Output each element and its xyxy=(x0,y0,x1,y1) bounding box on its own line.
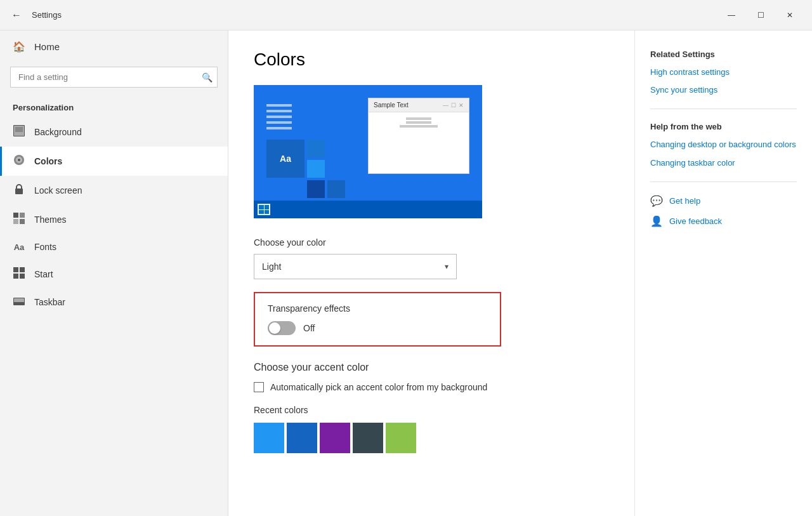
svg-point-5 xyxy=(18,159,20,161)
color-preview: Aa Sample Text — xyxy=(254,85,482,218)
get-help-item[interactable]: 💬 Get help xyxy=(650,195,797,208)
feedback-label[interactable]: Give feedback xyxy=(669,216,722,226)
close-button[interactable]: ✕ xyxy=(775,5,804,25)
colors-icon xyxy=(13,154,25,168)
sidebar-home[interactable]: 🏠 Home xyxy=(0,30,228,63)
themes-icon xyxy=(13,213,25,227)
choose-color-label: Choose your color xyxy=(254,237,609,248)
preview-tiles: Aa xyxy=(266,140,345,198)
toggle-row: Off xyxy=(268,321,487,335)
sync-settings-link[interactable]: Sync your settings xyxy=(650,84,797,96)
start-icon xyxy=(13,267,25,281)
color-swatches xyxy=(254,423,609,453)
search-box: 🔍 xyxy=(10,67,218,88)
sidebar-item-colors-label: Colors xyxy=(34,156,62,166)
taskbar-color-link[interactable]: Changing taskbar color xyxy=(650,157,797,169)
svg-rect-12 xyxy=(20,267,25,272)
svg-rect-9 xyxy=(13,219,18,224)
svg-rect-16 xyxy=(14,298,24,302)
svg-rect-7 xyxy=(13,213,18,218)
help-title: Help from the web xyxy=(650,122,797,131)
sidebar-item-colors[interactable]: Colors xyxy=(0,147,228,176)
home-icon: 🏠 xyxy=(13,41,25,53)
transparency-label: Transparency effects xyxy=(268,303,487,314)
color-dropdown[interactable]: Light ▾ xyxy=(254,254,457,279)
feedback-icon: 👤 xyxy=(650,215,663,228)
toggle-thumb xyxy=(269,322,280,334)
color-dropdown-value: Light xyxy=(262,261,281,272)
svg-rect-11 xyxy=(13,267,18,272)
title-bar: ← Settings — ☐ ✕ xyxy=(0,0,812,30)
app-body: 🏠 Home 🔍 Personalization Background Colo… xyxy=(0,30,812,516)
sidebar: 🏠 Home 🔍 Personalization Background Colo… xyxy=(0,30,228,516)
auto-pick-checkbox[interactable] xyxy=(254,382,264,392)
svg-rect-14 xyxy=(20,274,25,279)
auto-pick-label: Automatically pick an accent color from … xyxy=(270,382,487,392)
toggle-state-label: Off xyxy=(303,323,315,333)
svg-rect-13 xyxy=(13,274,18,279)
sidebar-item-background[interactable]: Background xyxy=(0,117,228,147)
preview-taskbar xyxy=(254,201,482,218)
preview-window: Sample Text — ☐ ✕ xyxy=(368,98,469,174)
related-settings-title: Related Settings xyxy=(650,50,797,59)
svg-rect-8 xyxy=(20,213,25,218)
desktop-colors-link[interactable]: Changing desktop or background colors xyxy=(650,139,797,150)
sidebar-item-themes[interactable]: Themes xyxy=(0,205,228,234)
search-icon: 🔍 xyxy=(202,72,213,83)
maximize-button[interactable]: ☐ xyxy=(746,5,775,25)
svg-rect-10 xyxy=(20,219,25,224)
high-contrast-link[interactable]: High contrast settings xyxy=(650,67,797,78)
main-content: Colors Aa xyxy=(228,30,634,516)
swatch-purple[interactable] xyxy=(320,423,350,453)
sidebar-item-taskbar[interactable]: Taskbar xyxy=(0,289,228,315)
preview-sample-text: Sample Text xyxy=(374,102,409,109)
search-input[interactable] xyxy=(10,67,218,88)
background-icon xyxy=(13,125,25,139)
window-controls: — ☐ ✕ xyxy=(717,5,804,25)
feedback-item[interactable]: 👤 Give feedback xyxy=(650,215,797,228)
app-title: Settings xyxy=(32,10,62,20)
swatch-dark-blue[interactable] xyxy=(287,423,317,453)
get-help-icon: 💬 xyxy=(650,195,663,208)
sidebar-item-start[interactable]: Start xyxy=(0,260,228,289)
preview-lines xyxy=(266,104,292,133)
recent-colors-title: Recent colors xyxy=(254,405,609,415)
sidebar-item-fonts[interactable]: Aa Fonts xyxy=(0,234,228,260)
accent-title: Choose your accent color xyxy=(254,362,609,373)
auto-pick-row: Automatically pick an accent color from … xyxy=(254,382,609,392)
sidebar-item-taskbar-label: Taskbar xyxy=(34,297,65,307)
swatch-teal-dark[interactable] xyxy=(353,423,383,453)
chevron-down-icon: ▾ xyxy=(445,262,449,271)
get-help-label[interactable]: Get help xyxy=(669,196,700,206)
svg-rect-6 xyxy=(15,189,23,194)
sidebar-item-themes-label: Themes xyxy=(34,215,67,225)
divider xyxy=(650,109,797,109)
sidebar-item-start-label: Start xyxy=(34,269,53,279)
transparency-box: Transparency effects Off xyxy=(254,292,501,347)
sidebar-item-lock-screen-label: Lock screen xyxy=(34,185,82,195)
transparency-toggle[interactable] xyxy=(268,321,296,335)
sidebar-item-lock-screen[interactable]: Lock screen xyxy=(0,176,228,205)
minimize-button[interactable]: — xyxy=(717,5,746,25)
sidebar-item-background-label: Background xyxy=(34,127,82,137)
swatch-blue[interactable] xyxy=(254,423,284,453)
back-button[interactable]: ← xyxy=(8,6,25,24)
home-label: Home xyxy=(34,41,60,52)
divider-2 xyxy=(650,182,797,182)
fonts-icon: Aa xyxy=(13,242,25,252)
taskbar-icon xyxy=(13,296,25,308)
page-title: Colors xyxy=(254,50,609,70)
right-panel: Related Settings High contrast settings … xyxy=(634,30,812,516)
svg-rect-2 xyxy=(15,127,23,132)
sidebar-item-fonts-label: Fonts xyxy=(34,242,56,252)
lock-screen-icon xyxy=(13,183,25,197)
sidebar-section-label: Personalization xyxy=(0,98,228,117)
swatch-green[interactable] xyxy=(386,423,416,453)
